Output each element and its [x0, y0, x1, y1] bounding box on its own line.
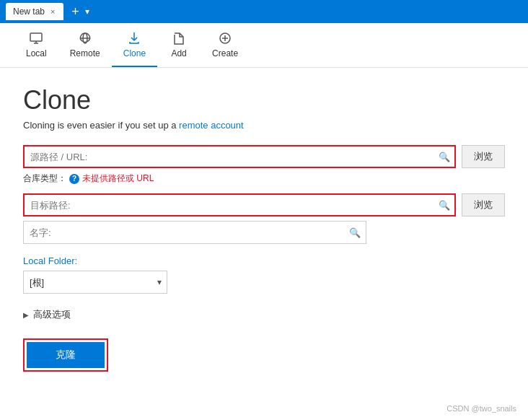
clone-button-wrapper: 克隆 — [23, 338, 108, 372]
advanced-options-row[interactable]: ▶ 高级选项 — [23, 308, 505, 321]
toolbar-item-create[interactable]: Create — [201, 23, 250, 67]
tab-close-icon[interactable]: × — [49, 7, 56, 16]
source-browse-button[interactable]: 浏览 — [462, 145, 505, 168]
source-input-wrapper: 🔍 — [23, 145, 456, 168]
local-folder-select-wrapper: [根] ▾ — [23, 271, 167, 294]
name-input[interactable] — [23, 221, 366, 244]
local-label: Local — [26, 48, 47, 58]
local-icon — [29, 31, 43, 45]
clone-icon — [127, 31, 141, 45]
add-label: Add — [171, 48, 186, 58]
page-title: Clone — [23, 85, 505, 115]
toolbar-item-remote[interactable]: Remote — [58, 23, 112, 67]
source-url-input[interactable] — [23, 145, 456, 168]
target-search-icon: 🔍 — [439, 200, 450, 211]
add-icon — [172, 31, 186, 45]
svg-rect-0 — [30, 33, 42, 41]
local-folder-select[interactable]: [根] — [23, 271, 167, 294]
target-path-input[interactable] — [23, 193, 456, 216]
name-row: 🔍 — [23, 221, 505, 244]
repo-type-row: 合库类型： ? 未提供路径或 URL — [23, 172, 505, 185]
remote-account-link[interactable]: remote account — [179, 120, 244, 131]
clone-label: Clone — [123, 48, 146, 58]
source-search-icon: 🔍 — [439, 152, 450, 162]
name-search-icon: 🔍 — [349, 227, 361, 238]
tab-label: New tab — [13, 6, 45, 17]
target-browse-button[interactable]: 浏览 — [462, 193, 505, 216]
watermark: CSDN @two_snails — [446, 404, 516, 413]
current-tab[interactable]: New tab × — [6, 3, 63, 20]
toolbar-item-add[interactable]: Add — [157, 23, 201, 67]
name-input-wrapper: 🔍 — [23, 221, 366, 244]
advanced-label: 高级选项 — [33, 308, 71, 321]
remote-label: Remote — [70, 48, 100, 58]
toolbar-item-local[interactable]: Local — [14, 23, 58, 67]
source-url-row: 🔍 浏览 — [23, 145, 505, 168]
toolbar: Local Remote Clone Add Create — [0, 23, 528, 68]
remote-icon — [78, 31, 92, 45]
tab-dropdown-button[interactable]: ▾ — [85, 6, 89, 17]
info-icon[interactable]: ? — [69, 174, 79, 184]
create-label: Create — [212, 48, 238, 58]
create-icon — [218, 31, 232, 45]
repo-type-error: 未提供路径或 URL — [82, 172, 154, 185]
main-content: Clone Cloning is even easier if you set … — [0, 68, 528, 395]
target-path-row: 🔍 浏览 — [23, 193, 505, 216]
title-bar: New tab × + ▾ — [0, 0, 528, 23]
target-input-wrapper: 🔍 — [23, 193, 456, 216]
add-tab-button[interactable]: + — [66, 3, 84, 20]
clone-button[interactable]: 克隆 — [27, 342, 105, 368]
subtitle-pre: Cloning is even easier if you set up a — [23, 120, 179, 131]
toolbar-item-clone[interactable]: Clone — [112, 23, 157, 67]
advanced-chevron-icon: ▶ — [23, 311, 29, 319]
subtitle: Cloning is even easier if you set up a r… — [23, 120, 505, 131]
local-folder-label: Local Folder: — [23, 255, 505, 266]
repo-type-label: 合库类型： — [23, 172, 66, 185]
